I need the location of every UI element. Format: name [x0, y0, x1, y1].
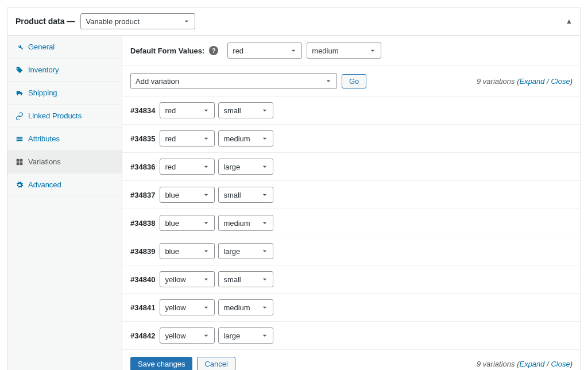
- variation-size-select[interactable]: smallmediumlarge: [218, 299, 273, 315]
- panel-header: Product data — Variable product ▲: [7, 7, 581, 36]
- sidebar-item-advanced[interactable]: Advanced: [7, 174, 122, 196]
- variation-row[interactable]: #34841redblueyellowsmallmediumlarge: [122, 294, 581, 322]
- variation-size-select[interactable]: smallmediumlarge: [218, 271, 273, 287]
- sidebar-item-label: Inventory: [28, 65, 59, 74]
- variation-action-bar: Add variation Go 9 variations (Expand / …: [122, 66, 581, 97]
- expand-link[interactable]: Expand: [519, 77, 544, 86]
- variation-size-select[interactable]: smallmediumlarge: [218, 327, 273, 344]
- variation-size-select[interactable]: smallmediumlarge: [218, 130, 273, 147]
- save-button[interactable]: Save changes: [130, 357, 192, 370]
- sidebar-item-variations[interactable]: Variations: [7, 151, 122, 174]
- go-button[interactable]: Go: [342, 74, 366, 88]
- truck-icon: [16, 89, 24, 97]
- sidebar-item-label: General: [28, 43, 55, 51]
- collapse-toggle[interactable]: ▲: [566, 17, 572, 25]
- variation-id: #34837: [130, 191, 155, 199]
- gear-icon: [16, 181, 24, 189]
- variation-color-select[interactable]: redblueyellow: [160, 102, 215, 118]
- sidebar-item-label: Attributes: [28, 134, 60, 143]
- variation-row[interactable]: #34836redblueyellowsmallmediumlarge: [122, 153, 581, 181]
- sidebar: General Inventory Shipping Linked Produc…: [7, 36, 122, 370]
- variation-size-select[interactable]: smallmediumlarge: [218, 215, 273, 231]
- sidebar-item-label: Variations: [28, 157, 61, 166]
- variation-row[interactable]: #34839redblueyellowsmallmediumlarge: [122, 237, 581, 265]
- close-link[interactable]: Close: [551, 360, 570, 368]
- default-form-values: Default Form Values: ? red medium: [122, 36, 581, 66]
- variation-size-select[interactable]: smallmediumlarge: [218, 243, 273, 259]
- variations-status-bottom: 9 variations (Expand / Close): [477, 360, 572, 368]
- variation-row[interactable]: #34835redblueyellowsmallmediumlarge: [122, 125, 581, 153]
- variation-id: #34841: [130, 303, 155, 312]
- variation-color-select[interactable]: redblueyellow: [160, 271, 215, 287]
- close-link[interactable]: Close: [551, 77, 570, 86]
- expand-link[interactable]: Expand: [519, 360, 544, 368]
- default-size-select[interactable]: medium: [307, 43, 381, 59]
- variation-size-select[interactable]: smallmediumlarge: [218, 187, 273, 203]
- variation-row[interactable]: #34840redblueyellowsmallmediumlarge: [122, 265, 581, 294]
- product-type-select[interactable]: Variable product: [80, 13, 195, 29]
- variation-color-select[interactable]: redblueyellow: [160, 327, 215, 344]
- variation-size-select[interactable]: smallmediumlarge: [218, 159, 273, 175]
- link-icon: [16, 112, 24, 120]
- variation-color-select[interactable]: redblueyellow: [160, 243, 215, 259]
- variation-color-select[interactable]: redblueyellow: [160, 130, 215, 147]
- product-data-panel: Product data — Variable product ▲ Genera…: [7, 7, 581, 370]
- variations-list: #34834redblueyellowsmallmediumlarge#3483…: [122, 97, 581, 350]
- sidebar-item-attributes[interactable]: Attributes: [7, 128, 122, 151]
- default-color-select[interactable]: red: [227, 43, 302, 59]
- variation-row[interactable]: #34838redblueyellowsmallmediumlarge: [122, 209, 581, 237]
- variation-color-select[interactable]: redblueyellow: [160, 299, 215, 315]
- variation-id: #34839: [130, 247, 155, 256]
- variation-id: #34842: [130, 332, 155, 340]
- sidebar-item-label: Advanced: [28, 180, 61, 189]
- main-content: Default Form Values: ? red medium Add va…: [122, 36, 581, 370]
- panel-title: Product data —: [16, 17, 75, 26]
- sidebar-item-label: Linked Products: [28, 111, 82, 120]
- variation-row[interactable]: #34842redblueyellowsmallmediumlarge: [122, 322, 581, 350]
- cancel-button[interactable]: Cancel: [197, 357, 235, 370]
- sidebar-item-general[interactable]: General: [7, 36, 122, 59]
- variation-id: #34838: [130, 219, 155, 228]
- variation-action-select[interactable]: Add variation: [130, 73, 337, 89]
- variation-color-select[interactable]: redblueyellow: [160, 187, 215, 203]
- grid-icon: [16, 158, 24, 166]
- variation-row[interactable]: #34834redblueyellowsmallmediumlarge: [122, 97, 581, 125]
- footer: Save changes Cancel 9 variations (Expand…: [122, 350, 581, 370]
- panel-body: General Inventory Shipping Linked Produc…: [7, 36, 581, 370]
- help-icon[interactable]: ?: [209, 46, 218, 55]
- tag-icon: [16, 66, 24, 74]
- sidebar-item-inventory[interactable]: Inventory: [7, 59, 122, 82]
- list-icon: [16, 135, 24, 143]
- variation-color-select[interactable]: redblueyellow: [160, 215, 215, 231]
- variation-id: #34836: [130, 163, 155, 171]
- variations-status-top: 9 variations (Expand / Close): [477, 77, 572, 86]
- variation-row[interactable]: #34837redblueyellowsmallmediumlarge: [122, 181, 581, 209]
- wrench-icon: [16, 43, 24, 51]
- sidebar-item-label: Shipping: [28, 88, 57, 97]
- sidebar-item-shipping[interactable]: Shipping: [7, 82, 122, 105]
- variation-id: #34835: [130, 134, 155, 143]
- sidebar-item-linked[interactable]: Linked Products: [7, 105, 122, 128]
- variation-color-select[interactable]: redblueyellow: [160, 159, 215, 175]
- variation-id: #34840: [130, 275, 155, 284]
- default-form-label: Default Form Values:: [130, 47, 204, 55]
- variation-size-select[interactable]: smallmediumlarge: [218, 102, 273, 118]
- variation-id: #34834: [130, 106, 155, 115]
